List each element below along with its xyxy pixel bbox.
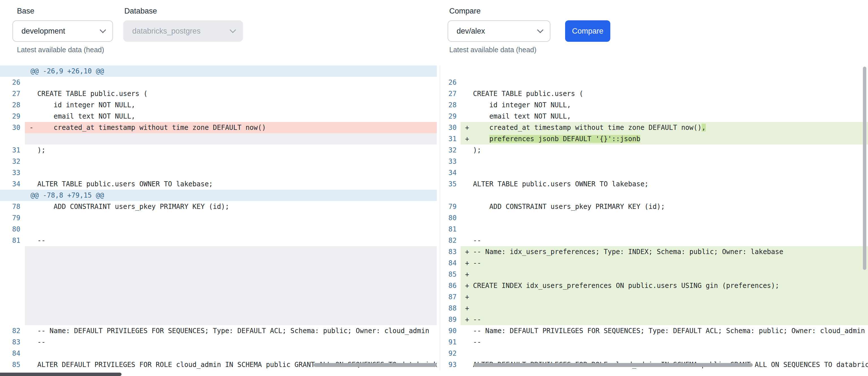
code-text: -- [473,337,481,348]
line-number: 85 [0,359,25,370]
chevron-down-icon [537,27,544,33]
diff-marker [465,235,473,246]
line-number [0,291,25,303]
diff-row [0,303,437,314]
line-number: 78 [0,201,25,212]
diff-row: 33 [443,156,868,167]
diff-row: 88+ [443,303,868,314]
right-pane-horizontal-scrollbar[interactable] [473,363,753,367]
compare-label: Compare [449,7,480,15]
database-value: databricks_postgres [132,27,200,36]
code-text: -- [473,258,481,269]
diff-marker [465,224,473,235]
line-number: 82 [443,235,461,246]
diff-marker [465,111,473,122]
line-number: 29 [0,111,25,122]
diff-row: 84 [0,348,437,359]
branch-compare-page: Base development Latest available data (… [0,0,868,376]
diff-marker [465,359,473,370]
diff-row: 84+-- [443,258,868,269]
base-label: Base [17,7,34,15]
diff-marker [29,212,37,224]
code-text: -- Name: DEFAULT PRIVILEGES FOR SEQUENCE… [473,325,865,337]
line-number: 27 [0,88,25,99]
page-horizontal-scrollbar[interactable] [0,373,122,376]
base-branch-value: development [22,27,65,36]
code-text: ALTER TABLE public.users OWNER TO lakeba… [473,178,648,190]
diff-row [0,280,437,291]
diff-row: 83-- [0,337,437,348]
diff-marker: + [465,246,473,258]
diff-marker [465,77,473,88]
base-branch-select[interactable]: development [12,20,113,42]
line-number: 88 [443,303,461,314]
diff-right-pane[interactable]: 2627CREATE TABLE public.users (28 id int… [443,66,868,370]
code-text: -- [473,314,481,325]
line-number: 34 [443,167,461,178]
diff-marker [29,77,37,88]
code-text: -- [473,235,481,246]
diff-marker [29,314,37,325]
diff-marker [465,144,473,156]
line-number: 26 [0,77,25,88]
diff-marker [29,258,37,269]
line-number: 26 [443,77,461,88]
diff-marker [29,99,37,111]
diff-row: 32 [0,156,437,167]
code-text: id integer NOT NULL, [473,99,571,111]
line-number: 80 [0,224,25,235]
diff-row [0,258,437,269]
code-text: email text NOT NULL, [37,111,135,122]
compare-branch-select[interactable]: dev/alex [447,20,550,42]
diff-view: @@ -26,9 +26,10 @@2627CREATE TABLE publi… [0,66,868,370]
diff-marker [465,348,473,359]
code-text: -- [37,235,45,246]
line-number: 79 [443,201,461,212]
line-number: 89 [443,314,461,325]
diff-row: 33 [0,167,437,178]
line-number: 30 [0,122,25,133]
compare-subtitle: Latest available data (head) [449,46,536,54]
hunk-header: @@ -78,8 +79,15 @@ [31,190,104,201]
line-number: 27 [443,88,461,99]
line-number: 79 [0,212,25,224]
diff-marker: + [465,133,473,144]
line-number: 92 [443,348,461,359]
diff-row: 26 [443,77,868,88]
diff-row: 31+ preferences jsonb DEFAULT '{}'::json… [443,133,868,144]
diff-marker [29,88,37,99]
diff-marker [29,201,37,212]
diff-row: 79 [0,212,437,224]
diff-row: 30- created_at timestamp without time zo… [0,122,437,133]
chevron-down-icon [100,27,106,33]
diff-marker [29,291,37,303]
diff-marker [29,167,37,178]
line-number: 91 [443,337,461,348]
diff-marker [29,156,37,167]
line-number [0,280,25,291]
line-number: 85 [443,269,461,280]
diff-marker [465,156,473,167]
diff-row [0,246,437,258]
database-select: databricks_postgres [123,20,243,42]
diff-row: 28 id integer NOT NULL, [443,99,868,111]
diff-row: 87+ [443,291,868,303]
line-number: 31 [0,144,25,156]
code-text: -- Name: idx_users_preferences; Type: IN… [473,246,783,258]
diff-marker [29,235,37,246]
vertical-scrollbar[interactable] [863,67,866,270]
code-text: ALTER TABLE public.users OWNER TO lakeba… [37,178,213,190]
diff-left-pane[interactable]: @@ -26,9 +26,10 @@2627CREATE TABLE publi… [0,66,437,370]
line-number [0,269,25,280]
left-pane-horizontal-scrollbar[interactable] [314,363,437,367]
diff-marker [465,88,473,99]
diff-row: 81-- [0,235,437,246]
diff-marker [29,303,37,314]
diff-row: 81 [443,224,868,235]
diff-marker [465,66,473,77]
code-text: ADD CONSTRAINT users_pkey PRIMARY KEY (i… [37,201,229,212]
code-text: ); [473,144,481,156]
diff-row: 34 [443,167,868,178]
line-number: 33 [0,167,25,178]
compare-button[interactable]: Compare [565,20,610,42]
